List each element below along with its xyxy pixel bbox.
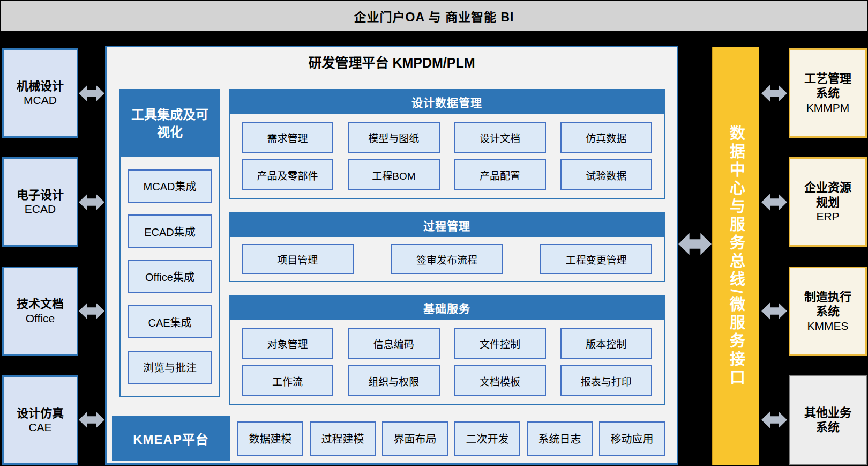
section-title: 过程管理 (230, 213, 664, 237)
section-item: 工作流 (242, 365, 333, 396)
kmeap-item: 系统日志 (527, 421, 593, 456)
system-name-zh: 系统 (816, 86, 840, 101)
section-item: 文件控制 (454, 328, 546, 359)
architecture-diagram: { "banner": { "title": "企业门户OA 与 商业智能 BI… (0, 0, 868, 466)
sections: 设计数据管理需求管理模型与图纸设计文档仿真数据产品及零部件工程BOM产品配置试验… (229, 89, 665, 418)
section-item: 产品及零部件 (242, 159, 333, 190)
bidirectional-arrow-icon (78, 188, 105, 217)
section-item: 设计文档 (454, 122, 546, 153)
system-name-en: Office (26, 312, 55, 326)
right-system-row: 工艺管理系统KMMPM (760, 48, 867, 138)
right-system-row: 其他业务系统 (760, 375, 867, 465)
system-name-zh: 企业资源 (804, 180, 851, 195)
bidirectional-arrow-icon (760, 297, 789, 326)
section: 设计数据管理需求管理模型与图纸设计文档仿真数据产品及零部件工程BOM产品配置试验… (229, 89, 665, 199)
section-item: 文档模板 (454, 365, 546, 396)
tool-item: ECAD集成 (128, 214, 212, 248)
system-name-zh: 工艺管理 (804, 71, 851, 86)
section-items: 需求管理模型与图纸设计文档仿真数据产品及零部件工程BOM产品配置试验数据 (230, 114, 664, 198)
system-name-en: KMMPM (806, 101, 850, 115)
right-system-box: 其他业务系统 (789, 375, 867, 465)
tool-item: CAE集成 (128, 305, 212, 338)
section-item: 工程变更管理 (540, 244, 652, 274)
kmeap-item: 过程建模 (310, 421, 376, 456)
service-bus-bar: 数据中心与服务总线/微服务接口 (712, 47, 759, 465)
kmeap-platform-label: KMEAP平台 (112, 416, 230, 461)
section-item: 报表与打印 (560, 365, 652, 396)
service-bus-label: 数据中心与服务总线/微服务接口 (725, 125, 747, 387)
section-item: 签审发布流程 (391, 244, 503, 274)
section: 基础服务对象管理信息编码文件控制版本控制工作流组织与权限文档模板报表与打印 (229, 295, 665, 405)
right-system-box: 企业资源规划ERP (789, 157, 867, 247)
right-system-box: 工艺管理系统KMMPM (789, 48, 867, 138)
tools-panel-title: 工具集成及可视化 (121, 90, 219, 157)
left-systems: 机械设计MCAD电子设计ECAD技术文档Office设计仿真CAE (2, 48, 105, 465)
top-banner: 企业门户OA 与 商业智能 BI (0, 0, 868, 32)
section-item: 工程BOM (348, 159, 439, 190)
section-items: 项目管理签审发布流程工程变更管理 (230, 237, 664, 281)
section-item: 组织与权限 (348, 365, 439, 396)
section-item: 模型与图纸 (348, 122, 439, 153)
bidirectional-arrow-icon (760, 405, 789, 434)
section-item: 版本控制 (560, 328, 652, 359)
kmeap-item: 移动应用 (599, 421, 665, 456)
system-name-zh: 系统 (816, 304, 840, 319)
system-name-en: ERP (816, 210, 839, 224)
left-system-box: 设计仿真CAE (2, 375, 78, 465)
platform-title: 研发管理平台 KMPDM/PLM (107, 52, 677, 71)
bidirectional-arrow-icon (760, 79, 789, 108)
kmeap-item: 二次开发 (454, 421, 520, 456)
system-name-zh: 规划 (816, 195, 840, 210)
section-item: 项目管理 (242, 244, 354, 274)
tool-item: Office集成 (128, 260, 212, 293)
left-system-row: 设计仿真CAE (2, 375, 105, 465)
section-item: 信息编码 (348, 328, 439, 359)
kmeap-items: 数据建模过程建模界面布局二次开发系统日志移动应用 (230, 421, 665, 456)
kmeap-item: 界面布局 (382, 421, 448, 456)
system-name-en: KMMES (807, 319, 848, 333)
section-items: 对象管理信息编码文件控制版本控制工作流组织与权限文档模板报表与打印 (230, 320, 664, 404)
section-title: 设计数据管理 (230, 90, 664, 114)
left-system-row: 电子设计ECAD (2, 157, 105, 247)
bidirectional-arrow-icon (678, 225, 712, 263)
bidirectional-arrow-icon (78, 405, 105, 434)
section-title: 基础服务 (230, 296, 664, 320)
system-name-zh: 设计仿真 (17, 406, 64, 421)
system-name-en: CAE (28, 420, 51, 434)
right-system-row: 制造执行系统KMMES (760, 267, 867, 356)
tools-integration-panel: 工具集成及可视化 MCAD集成ECAD集成Office集成CAE集成浏览与批注 (119, 89, 220, 397)
left-system-row: 技术文档Office (2, 267, 105, 356)
system-name-zh: 技术文档 (17, 297, 64, 312)
plm-platform-panel: 研发管理平台 KMPDM/PLM 工具集成及可视化 MCAD集成ECAD集成Of… (105, 46, 678, 465)
kmeap-row: KMEAP平台 数据建模过程建模界面布局二次开发系统日志移动应用 (112, 416, 665, 461)
kmeap-item: 数据建模 (237, 421, 303, 456)
system-name-zh: 系统 (816, 420, 840, 435)
bidirectional-arrow-icon (78, 297, 105, 326)
bidirectional-arrow-icon (78, 79, 105, 108)
bidirectional-arrow-icon (760, 188, 789, 217)
section-item: 对象管理 (242, 328, 333, 359)
tool-item: MCAD集成 (128, 169, 212, 203)
system-name-en: ECAD (25, 202, 56, 216)
system-name-zh: 电子设计 (17, 188, 64, 203)
system-name-zh: 其他业务 (804, 405, 851, 420)
system-name-zh: 机械设计 (17, 79, 64, 94)
system-name-en: MCAD (24, 93, 57, 107)
system-name-zh: 制造执行 (804, 290, 851, 305)
right-system-row: 企业资源规划ERP (760, 157, 867, 247)
top-banner-title: 企业门户OA 与 商业智能 BI (354, 7, 514, 25)
section-item: 仿真数据 (560, 122, 652, 153)
section-item: 需求管理 (242, 122, 333, 153)
tools-body: MCAD集成ECAD集成Office集成CAE集成浏览与批注 (121, 157, 219, 396)
section: 过程管理项目管理签审发布流程工程变更管理 (229, 212, 665, 282)
tool-item: 浏览与批注 (128, 351, 212, 384)
right-system-box: 制造执行系统KMMES (789, 267, 867, 356)
right-systems: 工艺管理系统KMMPM企业资源规划ERP制造执行系统KMMES其他业务系统 (760, 48, 867, 465)
left-system-box: 电子设计ECAD (2, 157, 78, 247)
left-system-box: 技术文档Office (2, 267, 78, 356)
section-item: 产品配置 (454, 159, 546, 190)
section-item: 试验数据 (560, 159, 652, 190)
left-system-box: 机械设计MCAD (2, 48, 78, 138)
left-system-row: 机械设计MCAD (2, 48, 105, 138)
